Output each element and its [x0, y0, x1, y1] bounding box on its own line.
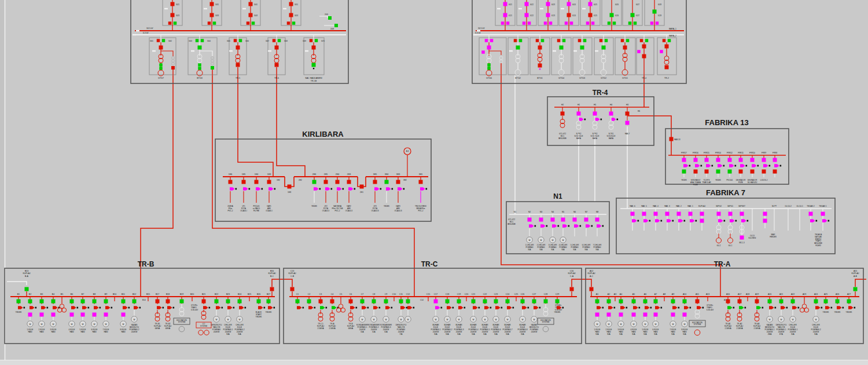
breaker-square[interactable]: [682, 170, 686, 174]
breaker-square[interactable]: [847, 300, 851, 304]
breaker-square[interactable]: [607, 300, 611, 304]
breaker-square[interactable]: [236, 63, 240, 67]
breaker-square[interactable]: [373, 180, 377, 184]
breaker-square[interactable]: [637, 50, 641, 53]
breaker-square[interactable]: [81, 313, 85, 317]
breaker-square[interactable]: [668, 39, 671, 42]
breaker-square[interactable]: [238, 300, 242, 304]
breaker-square[interactable]: [694, 170, 698, 174]
breaker-square[interactable]: [640, 39, 643, 42]
breaker-square[interactable]: [628, 21, 632, 25]
breaker-square[interactable]: [494, 300, 498, 304]
breaker-square[interactable]: [541, 39, 545, 42]
breaker-square[interactable]: [525, 2, 529, 6]
breaker-square[interactable]: [28, 313, 32, 317]
breaker-square[interactable]: [487, 67, 491, 70]
breaker-square[interactable]: [104, 313, 108, 317]
breaker-square[interactable]: [590, 287, 594, 291]
breaker-square[interactable]: [315, 39, 318, 42]
breaker-square[interactable]: [626, 112, 630, 116]
breaker-square[interactable]: [226, 300, 230, 304]
breaker-square[interactable]: [273, 39, 276, 42]
breaker-square[interactable]: [289, 13, 293, 17]
breaker-square[interactable]: [267, 300, 271, 304]
switch-icon[interactable]: [136, 30, 139, 31]
breaker-square[interactable]: [210, 13, 214, 17]
breaker-square[interactable]: [349, 300, 353, 304]
breaker-square[interactable]: [503, 2, 507, 6]
switch-icon[interactable]: [133, 34, 136, 35]
breaker-square[interactable]: [539, 218, 543, 222]
breaker-square[interactable]: [632, 300, 636, 304]
breaker-square[interactable]: [360, 185, 364, 189]
breaker-square[interactable]: [562, 39, 566, 42]
breaker-square[interactable]: [166, 300, 170, 304]
breaker-square[interactable]: [726, 300, 730, 304]
breaker-square[interactable]: [278, 39, 281, 42]
breaker-square[interactable]: [446, 300, 450, 304]
breaker-square[interactable]: [654, 300, 658, 304]
breaker-square[interactable]: [202, 300, 206, 304]
breaker-square[interactable]: [481, 50, 485, 54]
breaker-square[interactable]: [249, 13, 253, 17]
breaker-square[interactable]: [384, 300, 388, 304]
breaker-square[interactable]: [419, 180, 423, 184]
breaker-square[interactable]: [288, 185, 292, 189]
breaker-square[interactable]: [814, 300, 818, 304]
breaker-square[interactable]: [239, 39, 242, 42]
breaker-square[interactable]: [485, 39, 488, 42]
breaker-square[interactable]: [257, 300, 261, 304]
switch-icon[interactable]: [561, 8, 564, 9]
switch-icon[interactable]: [305, 50, 308, 52]
breaker-square[interactable]: [457, 300, 461, 304]
breaker-square[interactable]: [523, 21, 526, 25]
breaker-square[interactable]: [682, 158, 686, 162]
breaker-square[interactable]: [683, 300, 687, 304]
breaker-square[interactable]: [208, 21, 211, 25]
breaker-square[interactable]: [180, 300, 184, 304]
breaker-square[interactable]: [159, 67, 163, 70]
breaker-square[interactable]: [631, 212, 635, 216]
breaker-square[interactable]: [174, 21, 177, 25]
breaker-square[interactable]: [751, 158, 755, 162]
breaker-square[interactable]: [104, 300, 108, 304]
breaker-square[interactable]: [650, 21, 654, 25]
breaker-square[interactable]: [626, 39, 630, 42]
breaker-square[interactable]: [642, 45, 646, 49]
breaker-square[interactable]: [249, 2, 253, 6]
breaker-square[interactable]: [483, 300, 487, 304]
breaker-square[interactable]: [763, 219, 767, 223]
breaker-square[interactable]: [292, 21, 296, 25]
breaker-square[interactable]: [694, 158, 698, 162]
breaker-square[interactable]: [544, 21, 547, 25]
breaker-square[interactable]: [836, 300, 840, 304]
breaker-square[interactable]: [310, 39, 313, 42]
breaker-square[interactable]: [234, 39, 237, 42]
breaker-square[interactable]: [740, 236, 744, 240]
breaker-square[interactable]: [716, 170, 720, 174]
breaker-square[interactable]: [557, 39, 561, 42]
breaker-square[interactable]: [536, 39, 539, 42]
switch-icon[interactable]: [283, 8, 286, 9]
breaker-square[interactable]: [593, 112, 597, 116]
breaker-square[interactable]: [619, 313, 623, 317]
breaker-square[interactable]: [561, 112, 565, 116]
breaker-square[interactable]: [201, 39, 204, 42]
breaker-square[interactable]: [551, 218, 555, 222]
breaker-square[interactable]: [242, 180, 246, 184]
breaker-square[interactable]: [406, 300, 410, 304]
breaker-square[interactable]: [519, 39, 523, 42]
breaker-square[interactable]: [773, 170, 777, 174]
breaker-square[interactable]: [608, 21, 611, 25]
breaker-square[interactable]: [162, 39, 165, 42]
breaker-square[interactable]: [267, 180, 271, 184]
breaker-square[interactable]: [289, 2, 293, 6]
breaker-square[interactable]: [52, 300, 56, 304]
breaker-square[interactable]: [700, 212, 704, 216]
breaker-square[interactable]: [762, 170, 766, 174]
breaker-square[interactable]: [729, 212, 733, 216]
switch-icon[interactable]: [509, 50, 513, 52]
breaker-square[interactable]: [168, 21, 172, 25]
breaker-square[interactable]: [334, 24, 338, 27]
breaker-square[interactable]: [689, 212, 693, 216]
